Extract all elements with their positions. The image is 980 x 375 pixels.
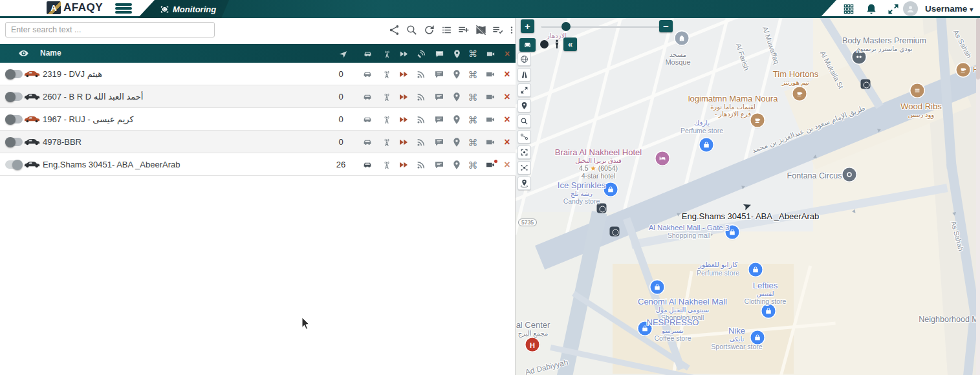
poi-label-mama-noura[interactable]: logimatmn Mama Noura لقيمات ماما نورة - … — [688, 94, 778, 118]
drone-column-icon[interactable]: ⌘ — [465, 48, 481, 59]
camera-icon[interactable] — [483, 136, 498, 148]
fullscreen-icon[interactable] — [887, 3, 900, 16]
poi-label-karajo[interactable]: كارابو للعطور Perfume store — [697, 261, 739, 277]
location-pin-column-icon[interactable] — [449, 48, 464, 59]
vehicle-name[interactable]: Eng.Shams 30451- ABA _AbeerArab — [43, 153, 180, 176]
message-icon[interactable] — [431, 136, 447, 148]
poi-label-wood-ribs[interactable]: Wood Ribs وود ريبس — [900, 102, 941, 118]
map-cluster-button[interactable] — [517, 161, 531, 175]
playback-icon[interactable] — [396, 159, 411, 171]
poi-label-braira[interactable]: Braira Al Nakheel Hotel فندق بريرا النخي… — [555, 147, 642, 180]
store-poi-icon[interactable] — [762, 305, 776, 318]
poi-label-ice-sprinkles[interactable]: Ice Sprinkles رشة ثلج Candy store — [558, 180, 605, 205]
name-column-header[interactable]: Name — [40, 48, 61, 58]
store-poi-icon[interactable] — [749, 263, 763, 277]
visibility-toggle[interactable] — [5, 160, 23, 169]
close-icon[interactable]: × — [499, 91, 515, 103]
close-icon[interactable]: × — [499, 69, 515, 80]
map-route-button[interactable] — [517, 68, 531, 81]
username-menu[interactable]: Username▾ — [925, 4, 973, 14]
playlist-add-icon[interactable] — [457, 24, 470, 36]
poi-label-nakheel-gate[interactable]: Al Nakheel Mall - Gate 3 Shopping mall — [649, 224, 730, 239]
signal-tower-icon[interactable] — [379, 69, 395, 80]
poi-label-nespresso[interactable]: NESPRESSO نسبرسو Coffee store — [647, 317, 699, 342]
poi-label-al-center[interactable]: al Center مجمع البرج — [516, 320, 550, 337]
collapse-panel-button[interactable]: « — [563, 38, 577, 51]
vehicle-map-label[interactable]: Eng.Shams 30451- ABA _AbeerArab — [682, 211, 819, 221]
follow-column-icon[interactable] — [335, 48, 351, 59]
map-off-icon[interactable] — [475, 24, 487, 36]
location-pin-icon[interactable] — [449, 114, 464, 125]
map-measure-button[interactable] — [517, 130, 531, 144]
location-pin-icon[interactable] — [449, 91, 464, 103]
car-status-icon[interactable] — [360, 136, 375, 148]
pegman-icon[interactable] — [552, 39, 562, 49]
camera-icon[interactable] — [483, 69, 498, 80]
avatar[interactable] — [903, 1, 918, 16]
apps-grid-icon[interactable] — [842, 3, 855, 16]
brand-logo[interactable]: A AFAQY — [47, 1, 103, 14]
map-fullscreen-button[interactable] — [517, 83, 531, 97]
poi-label-nike[interactable]: Nike نايكي Sportswear store — [711, 326, 762, 350]
location-pin-icon[interactable] — [449, 159, 464, 171]
share-icon[interactable] — [388, 24, 400, 36]
playback-icon[interactable] — [396, 69, 411, 80]
data-feed-icon[interactable] — [413, 69, 429, 80]
car-status-icon[interactable] — [360, 159, 375, 171]
signal-tower-icon[interactable] — [379, 114, 395, 125]
data-feed-icon[interactable] — [413, 136, 429, 148]
notifications-bell-icon[interactable] — [865, 3, 878, 16]
camera-icon[interactable] — [483, 159, 498, 171]
car-status-icon[interactable] — [360, 114, 375, 125]
car-column-icon[interactable] — [360, 48, 375, 59]
message-icon[interactable] — [431, 69, 447, 80]
data-feed-icon[interactable] — [413, 114, 429, 125]
poi-label-perfume-north[interactable]: بارفك Perfume store — [681, 120, 723, 134]
drone-icon[interactable]: ⌘ — [465, 91, 481, 103]
car-status-icon[interactable] — [360, 69, 375, 80]
signal-tower-icon[interactable] — [379, 91, 395, 103]
playback-icon[interactable] — [396, 136, 411, 148]
map-geofence-button[interactable] — [517, 177, 531, 190]
location-pin-icon[interactable] — [449, 136, 464, 148]
poi-label-body-masters[interactable]: Body Masters Premium بودي ماسترز بريميوم — [842, 36, 926, 52]
visibility-eye-icon[interactable] — [18, 48, 29, 59]
map-globe-button[interactable] — [517, 52, 531, 66]
poi-label-tim-hortons[interactable]: Tim Hortons تيم هورتنز — [773, 69, 818, 86]
close-icon[interactable]: × — [499, 136, 515, 148]
playback-column-icon[interactable] — [396, 48, 411, 59]
zoom-in-button[interactable]: + — [521, 19, 534, 33]
visibility-toggle[interactable] — [5, 70, 23, 78]
signal-tower-column-icon[interactable] — [379, 48, 395, 59]
vehicle-name[interactable]: 2319 - DVJ هيثم — [43, 63, 102, 85]
camera-icon[interactable] — [483, 114, 498, 125]
vehicles-layer-button[interactable] — [519, 38, 536, 52]
map-search-button[interactable] — [517, 114, 531, 128]
restaurant-poi-icon[interactable] — [957, 63, 970, 77]
playlist-check-icon[interactable] — [492, 24, 504, 36]
satellite-column-icon[interactable] — [413, 48, 429, 59]
drone-icon[interactable]: ⌘ — [465, 69, 481, 80]
camera-icon[interactable] — [483, 91, 498, 103]
visibility-toggle[interactable] — [5, 115, 23, 123]
visibility-toggle[interactable] — [5, 138, 23, 146]
tab-monitoring[interactable]: Monitoring — [138, 0, 229, 18]
location-pin-icon[interactable] — [449, 69, 464, 80]
store-poi-icon[interactable] — [604, 183, 618, 197]
close-icon[interactable]: × — [499, 159, 515, 171]
close-icon[interactable]: × — [499, 114, 515, 125]
map-pin-button[interactable] — [517, 99, 531, 112]
page-scrollbar[interactable] — [976, 18, 980, 375]
data-feed-icon[interactable] — [413, 159, 429, 171]
playback-icon[interactable] — [396, 114, 411, 125]
search-icon[interactable] — [406, 24, 418, 36]
message-icon[interactable] — [431, 114, 447, 125]
more-vertical-icon[interactable] — [507, 24, 516, 36]
hospital-poi-icon[interactable]: H — [526, 338, 539, 352]
data-feed-icon[interactable] — [413, 91, 429, 103]
cafe-poi-icon[interactable] — [793, 87, 807, 101]
mosque-poi-icon[interactable] — [675, 32, 689, 45]
store-poi-icon[interactable] — [700, 138, 713, 152]
marker-style-dot[interactable] — [540, 40, 549, 48]
vehicle-name[interactable]: 2607 - B R D أحمد العبد الله — [43, 85, 143, 108]
